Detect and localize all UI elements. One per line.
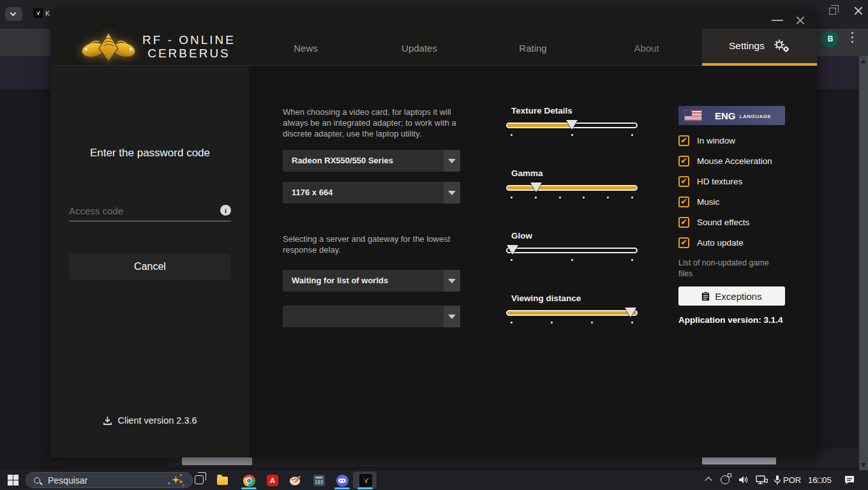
tab-settings[interactable]: Settings [702, 29, 817, 66]
client-version: Client version 2.3.6 [51, 415, 249, 426]
paint-icon[interactable] [288, 473, 303, 488]
slider-track[interactable] [506, 185, 638, 191]
server-description: Selecting a server and gateway for the l… [283, 234, 456, 256]
slider-tick [571, 134, 573, 136]
resolution-dropdown[interactable]: 1176 x 664 [283, 182, 460, 204]
page-button-left[interactable] [182, 457, 252, 465]
slider-thumb[interactable] [530, 182, 542, 192]
video-card-description: When choosing a video card, for laptops … [283, 107, 468, 140]
network-icon[interactable] [756, 475, 768, 487]
slider-track[interactable] [506, 122, 638, 128]
checkbox-row-in-window[interactable]: ✔ In window [678, 134, 735, 147]
slider-tick [631, 259, 633, 261]
language-code: ENG [715, 110, 736, 121]
tab-search-chevron-button[interactable] [5, 7, 22, 21]
browser-close-button[interactable] [854, 6, 863, 15]
tray-circle-icon[interactable] [721, 475, 730, 484]
launcher-title: RF - ONLINE CERBERUS [134, 33, 244, 60]
dropdown-arrow-icon[interactable] [444, 150, 460, 172]
checkbox-checked-icon[interactable]: ✔ [678, 156, 689, 167]
file-explorer-icon[interactable] [214, 473, 230, 488]
slider-tick [551, 322, 553, 323]
taskbar-search[interactable] [26, 472, 193, 488]
files-description: List of non-updated game files [678, 258, 777, 279]
tray-overflow-chevron[interactable] [705, 477, 712, 484]
gpu-dropdown[interactable]: Radeon RX550/550 Series [283, 150, 460, 172]
browser-scrollbar[interactable] [859, 56, 868, 470]
language-button[interactable]: ENG LANGUAGE [678, 106, 785, 125]
tray-clock[interactable]: 16□05 [808, 475, 832, 485]
application-version: Application version: 3.1.4 [678, 315, 783, 325]
browser-menu-button[interactable] [851, 32, 854, 46]
slider-label: Viewing distance [511, 293, 581, 303]
gateway-dropdown[interactable] [283, 306, 460, 327]
access-code-input[interactable] [69, 202, 213, 219]
clipboard-icon [701, 292, 710, 301]
microphone-icon[interactable] [774, 475, 781, 488]
slider-tick [511, 259, 513, 261]
checkbox-label: Sound effects [697, 218, 749, 227]
discord-icon[interactable] [334, 473, 350, 488]
slider-fill [507, 124, 572, 127]
slider-tick [535, 197, 537, 198]
launcher-close-button[interactable] [795, 15, 805, 26]
slider-tick [511, 197, 513, 198]
slider-thumb[interactable] [566, 120, 578, 130]
slider-track[interactable] [506, 310, 638, 316]
slider-ticks [506, 259, 638, 262]
checkbox-checked-icon[interactable]: ✔ [678, 197, 689, 207]
checkbox-checked-icon[interactable]: ✔ [678, 135, 689, 146]
volume-icon[interactable] [738, 475, 749, 487]
start-button[interactable] [8, 475, 19, 486]
gpu-dropdown-value: Radeon RX550/550 Series [292, 150, 393, 172]
browser-profile-avatar[interactable]: B [822, 31, 839, 47]
search-input[interactable] [48, 475, 168, 486]
chevron-down-icon [10, 10, 17, 17]
slider-viewing-distance: Viewing distance [506, 293, 638, 332]
slider-ticks [506, 322, 638, 324]
checkbox-label: Music [697, 197, 719, 207]
dropdown-arrow-icon[interactable] [444, 270, 460, 292]
copilot-sparkle-icon [168, 474, 184, 487]
cancel-button[interactable]: Cancel [70, 254, 230, 279]
world-dropdown[interactable]: Waiting for list of worlds [283, 270, 460, 292]
access-code-row: i [69, 200, 231, 221]
rf-launcher-icon[interactable] [358, 473, 373, 488]
slider-tick [559, 197, 561, 198]
checkbox-row-sound-effects[interactable]: ✔ Sound effects [678, 216, 749, 228]
tab-rating[interactable]: Rating [495, 43, 571, 54]
dropdown-arrow-icon[interactable] [444, 182, 460, 204]
checkbox-checked-icon[interactable]: ✔ [678, 237, 689, 248]
exceptions-button[interactable]: Exceptions [678, 286, 785, 306]
info-icon[interactable]: i [220, 205, 231, 216]
slider-track[interactable] [506, 248, 638, 253]
slider-thumb[interactable] [625, 308, 636, 317]
notifications-icon[interactable] [844, 475, 855, 488]
checkbox-row-mouse-acceleration[interactable]: ✔ Mouse Acceleration [678, 154, 772, 167]
tab-updates[interactable]: Updates [381, 43, 458, 54]
login-panel: Enter the password code i Cancel Client … [51, 66, 249, 457]
slider-label: Gamma [511, 168, 543, 178]
scroll-down-icon[interactable] [861, 463, 866, 467]
tray-language[interactable]: POR [783, 475, 801, 485]
browser-tab[interactable] [33, 8, 43, 18]
checkbox-checked-icon[interactable]: ✔ [678, 176, 689, 187]
checkbox-checked-icon[interactable]: ✔ [678, 217, 689, 228]
tab-about[interactable]: About [608, 43, 685, 54]
slider-thumb[interactable] [507, 245, 518, 255]
slider-tick [591, 322, 593, 323]
calculator-icon[interactable] [311, 473, 327, 488]
scroll-up-icon[interactable] [861, 59, 866, 63]
chrome-icon[interactable] [241, 473, 257, 488]
tab-news[interactable]: News [267, 43, 344, 54]
checkbox-label: Auto update [697, 238, 744, 248]
dropdown-arrow-icon[interactable] [444, 306, 460, 327]
checkbox-row-hd-textures[interactable]: ✔ HD textures [678, 175, 742, 188]
checkbox-row-music[interactable]: ✔ Music [678, 195, 719, 208]
slider-tick [583, 197, 585, 198]
task-view-button[interactable] [195, 475, 204, 484]
checkbox-row-auto-update[interactable]: ✔ Auto update [678, 236, 744, 249]
launcher-minimize-button[interactable] [772, 20, 783, 21]
acrobat-icon[interactable]: A [265, 473, 280, 488]
browser-restore-button[interactable] [829, 8, 836, 15]
